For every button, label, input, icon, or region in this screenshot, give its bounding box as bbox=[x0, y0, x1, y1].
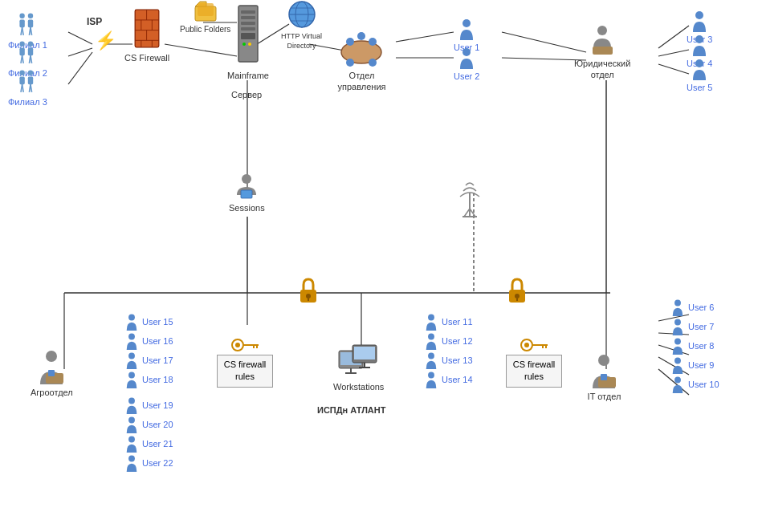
yurotdel-node: Юридический отдел bbox=[574, 24, 630, 81]
public-folders-label: Public Folders bbox=[180, 24, 230, 35]
workstations-node: Workstations bbox=[333, 341, 384, 392]
svg-point-113 bbox=[306, 294, 311, 298]
svg-point-94 bbox=[695, 11, 703, 19]
svg-line-4 bbox=[165, 44, 237, 56]
mainframe-node: Mainframe bbox=[227, 4, 269, 81]
user19-row: User 19 bbox=[124, 396, 173, 414]
svg-rect-73 bbox=[241, 27, 255, 30]
svg-line-0 bbox=[68, 32, 92, 44]
antenna-node bbox=[456, 177, 484, 221]
user15-row: User 15 bbox=[124, 313, 173, 331]
svg-line-49 bbox=[22, 84, 24, 92]
svg-rect-74 bbox=[241, 33, 255, 39]
cs-firewall-node: CS Firewall bbox=[124, 6, 169, 63]
svg-point-106 bbox=[128, 353, 135, 359]
svg-rect-43 bbox=[28, 48, 33, 56]
svg-rect-125 bbox=[354, 347, 375, 359]
svg-point-105 bbox=[128, 334, 135, 340]
http-vdir-node: HTTP Virtual Directory bbox=[279, 0, 324, 51]
lightning-icon: ⚡ bbox=[95, 30, 116, 51]
svg-point-108 bbox=[128, 398, 135, 404]
itOtdel-node: IT отдел bbox=[586, 353, 622, 402]
mainframe-label: Mainframe bbox=[227, 70, 269, 81]
otdel-uprav-node: Отдел управления bbox=[336, 24, 388, 93]
user12-row: User 12 bbox=[424, 332, 473, 350]
user16-label: User 16 bbox=[142, 336, 173, 346]
svg-point-145 bbox=[674, 339, 681, 345]
svg-point-139 bbox=[428, 372, 434, 379]
svg-line-19 bbox=[658, 64, 689, 74]
lock-right-node bbox=[506, 277, 528, 305]
user2-node: User 2 bbox=[454, 47, 479, 82]
user6-label: User 6 bbox=[688, 303, 714, 312]
svg-point-109 bbox=[128, 417, 135, 424]
user18-label: User 18 bbox=[142, 375, 173, 384]
user9-label: User 9 bbox=[688, 360, 714, 370]
svg-line-18 bbox=[658, 50, 689, 56]
svg-rect-31 bbox=[20, 20, 25, 28]
svg-point-101 bbox=[46, 351, 57, 362]
user5-node: User 5 bbox=[687, 58, 712, 93]
svg-point-34 bbox=[28, 14, 33, 18]
sessions-node: Sessions bbox=[229, 173, 265, 213]
svg-point-143 bbox=[674, 300, 681, 307]
svg-point-89 bbox=[369, 59, 377, 67]
user18-row: User 18 bbox=[124, 371, 173, 388]
user20-label: User 20 bbox=[142, 420, 173, 429]
svg-point-137 bbox=[428, 334, 434, 340]
svg-point-104 bbox=[128, 315, 135, 321]
yurotdel-label: Юридический отдел bbox=[574, 58, 630, 81]
user15-label: User 15 bbox=[142, 317, 173, 327]
svg-line-99 bbox=[464, 209, 470, 217]
svg-line-2 bbox=[68, 52, 92, 84]
isp-node: ISP bbox=[87, 14, 102, 29]
user8-row: User 8 bbox=[670, 337, 719, 355]
svg-point-86 bbox=[357, 32, 365, 40]
agroOtdel-node: Агроотдел bbox=[31, 349, 73, 398]
svg-line-45 bbox=[31, 55, 32, 63]
workstations-label: Workstations bbox=[333, 381, 384, 392]
svg-point-147 bbox=[674, 377, 681, 384]
cs-firewall-rules-right-node: CS firewall rules bbox=[506, 337, 562, 388]
svg-point-90 bbox=[462, 19, 471, 27]
user8-label: User 8 bbox=[688, 341, 714, 351]
svg-point-92 bbox=[597, 26, 607, 35]
cs-firewall-label: CS Firewall bbox=[124, 52, 169, 63]
user5-label: User 5 bbox=[687, 82, 712, 93]
svg-point-82 bbox=[242, 174, 251, 184]
svg-point-95 bbox=[695, 35, 703, 43]
svg-line-100 bbox=[470, 209, 475, 217]
svg-rect-103 bbox=[48, 370, 55, 376]
itOtdel-label: IT отдел bbox=[588, 391, 621, 402]
cs-firewall-rules-right-label: CS firewall rules bbox=[513, 359, 556, 381]
otdel-uprav-label: Отдел управления bbox=[338, 70, 386, 93]
svg-point-76 bbox=[248, 43, 251, 46]
svg-rect-72 bbox=[241, 22, 255, 25]
svg-rect-142 bbox=[601, 374, 607, 380]
user10-label: User 10 bbox=[688, 380, 719, 389]
user13-row: User 13 bbox=[424, 351, 473, 369]
svg-rect-70 bbox=[241, 10, 255, 14]
isp-label: ISP bbox=[87, 16, 102, 29]
svg-point-85 bbox=[346, 38, 354, 46]
svg-rect-83 bbox=[241, 190, 252, 198]
svg-point-146 bbox=[674, 358, 681, 364]
svg-point-75 bbox=[242, 43, 246, 46]
svg-point-91 bbox=[462, 48, 471, 56]
svg-rect-93 bbox=[593, 47, 613, 55]
user7-row: User 7 bbox=[670, 318, 719, 335]
user21-row: User 21 bbox=[124, 435, 173, 453]
cs-firewall-rules-right-box: CS firewall rules bbox=[506, 355, 562, 388]
svg-point-136 bbox=[428, 315, 434, 321]
svg-point-138 bbox=[428, 353, 434, 359]
user14-row: User 14 bbox=[424, 371, 473, 388]
svg-line-12 bbox=[396, 32, 454, 42]
svg-line-17 bbox=[658, 26, 689, 48]
svg-line-33 bbox=[22, 27, 24, 35]
user7-label: User 7 bbox=[688, 322, 714, 331]
user22-row: User 22 bbox=[124, 454, 173, 472]
svg-point-144 bbox=[674, 319, 681, 326]
svg-point-46 bbox=[20, 71, 25, 75]
agroOtdel-label: Агроотдел bbox=[31, 387, 73, 398]
svg-line-41 bbox=[22, 55, 24, 63]
